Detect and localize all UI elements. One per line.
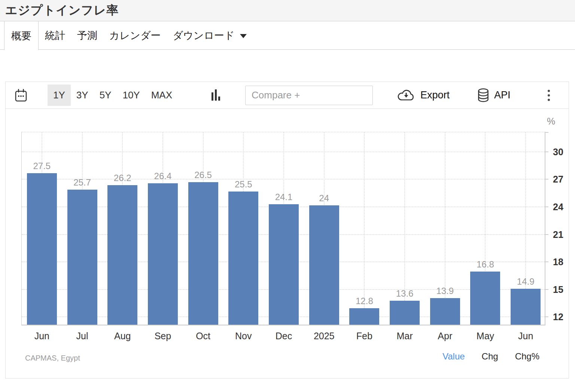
y-axis-tick bbox=[545, 261, 548, 262]
mode-value[interactable]: Value bbox=[442, 351, 465, 362]
export-button[interactable]: Export bbox=[397, 89, 450, 102]
page-title: エジプトインフレ率 bbox=[5, 2, 119, 19]
y-axis-label: 12 bbox=[553, 312, 563, 322]
y-axis-tick bbox=[545, 289, 548, 290]
x-axis-label: Nov bbox=[235, 331, 252, 342]
y-axis-unit-label: % bbox=[547, 116, 555, 127]
bar-chart-type-icon[interactable] bbox=[212, 88, 221, 102]
bar-may[interactable] bbox=[470, 272, 500, 325]
y-axis-label: 18 bbox=[553, 257, 563, 267]
tab-label: 統計 bbox=[45, 29, 65, 42]
bar-value-label: 26.5 bbox=[194, 170, 212, 180]
x-axis-label: Mar bbox=[397, 331, 413, 342]
bar-2025[interactable] bbox=[309, 205, 339, 325]
bar-oct[interactable] bbox=[188, 182, 218, 325]
bar-value-label: 13.6 bbox=[396, 288, 414, 299]
kebab-menu-icon[interactable] bbox=[546, 88, 551, 102]
y-axis-label: 30 bbox=[553, 146, 563, 157]
bar-value-label: 26.2 bbox=[114, 173, 131, 183]
mode-chg[interactable]: Chg bbox=[482, 351, 498, 362]
database-icon bbox=[477, 88, 489, 103]
x-axis-label: Jul bbox=[76, 331, 88, 342]
x-axis-label: Feb bbox=[356, 331, 372, 342]
page-header: エジプトインフレ率 bbox=[0, 0, 575, 21]
y-axis-tick bbox=[545, 206, 548, 207]
bar-value-label: 16.8 bbox=[477, 259, 494, 270]
tab-overview[interactable]: 概要 bbox=[4, 21, 39, 50]
export-label: Export bbox=[420, 89, 450, 101]
bar-dec[interactable] bbox=[269, 204, 299, 325]
bar-value-label: 27.5 bbox=[33, 161, 51, 171]
bar-aug[interactable] bbox=[107, 185, 137, 325]
y-axis-label: 15 bbox=[553, 284, 563, 295]
y-axis-label: 24 bbox=[553, 201, 563, 212]
y-axis-tick bbox=[545, 132, 548, 133]
bar-value-label: 13.9 bbox=[436, 286, 454, 296]
bar-value-label: 26.4 bbox=[154, 171, 172, 181]
x-axis-label: Jun bbox=[34, 331, 49, 342]
calendar-icon[interactable] bbox=[15, 89, 27, 102]
bar-value-label: 14.9 bbox=[517, 276, 535, 287]
range-button-1y[interactable]: 1Y bbox=[48, 85, 71, 106]
tab-label: ダウンロード bbox=[173, 29, 235, 42]
x-axis-label: Apr bbox=[438, 331, 452, 342]
source-attribution: CAPMAS, Egypt bbox=[25, 354, 80, 362]
tab-label: 概要 bbox=[11, 29, 31, 43]
chart-toolbar: 1Y3Y5Y10YMAX Export bbox=[6, 82, 569, 109]
bar-apr[interactable] bbox=[430, 298, 460, 325]
y-axis-tick bbox=[545, 151, 548, 152]
y-axis-tick bbox=[545, 234, 548, 235]
bar-value-label: 12.8 bbox=[356, 296, 373, 306]
tab-bar: 概要統計予測カレンダーダウンロード bbox=[0, 21, 575, 50]
y-axis-label: 27 bbox=[553, 174, 563, 185]
bar-value-label: 24 bbox=[319, 193, 329, 203]
bar-nov[interactable] bbox=[228, 192, 258, 325]
tab-download[interactable]: ダウンロード bbox=[167, 21, 253, 49]
bar-jun[interactable] bbox=[27, 173, 57, 325]
x-axis-label: May bbox=[477, 331, 494, 342]
bar-jun[interactable] bbox=[511, 289, 541, 325]
mode-chg-pct[interactable]: Chg% bbox=[515, 351, 539, 362]
bar-jul[interactable] bbox=[67, 190, 97, 325]
y-axis-label: 21 bbox=[553, 229, 563, 240]
range-button-5y[interactable]: 5Y bbox=[94, 85, 117, 106]
range-button-max[interactable]: MAX bbox=[146, 85, 178, 106]
bar-value-label: 25.7 bbox=[73, 177, 91, 188]
api-label: API bbox=[494, 89, 511, 101]
tab-label: 予測 bbox=[77, 29, 97, 42]
tab-statistics[interactable]: 統計 bbox=[39, 21, 71, 49]
x-axis-label: Sep bbox=[155, 331, 171, 342]
x-axis-label: Dec bbox=[276, 331, 292, 342]
range-selector: 1Y3Y5Y10YMAX bbox=[48, 85, 178, 106]
x-axis-label: Aug bbox=[114, 331, 131, 342]
x-axis-label: 2025 bbox=[314, 331, 335, 342]
bar-value-label: 24.1 bbox=[275, 192, 293, 202]
chart-area: % 1215182124273027.5Jun25.7Jul26.2Aug26.… bbox=[6, 109, 569, 378]
tab-calendar[interactable]: カレンダー bbox=[103, 21, 167, 49]
tab-label: カレンダー bbox=[109, 29, 161, 42]
bar-value-label: 25.5 bbox=[235, 179, 252, 190]
cloud-download-icon bbox=[397, 89, 416, 102]
x-axis-label: Jun bbox=[518, 331, 533, 342]
bar-feb[interactable] bbox=[349, 308, 379, 325]
y-axis-tick bbox=[545, 179, 548, 180]
range-button-3y[interactable]: 3Y bbox=[71, 85, 94, 106]
bar-mar[interactable] bbox=[390, 301, 420, 325]
api-button[interactable]: API bbox=[477, 88, 511, 103]
tab-forecast[interactable]: 予測 bbox=[71, 21, 103, 49]
bar-sep[interactable] bbox=[148, 183, 178, 325]
series-mode-switch: ValueChgChg% bbox=[442, 351, 539, 362]
chart-panel: 1Y3Y5Y10YMAX Export bbox=[5, 82, 569, 379]
range-button-10y[interactable]: 10Y bbox=[117, 85, 145, 106]
chevron-down-icon bbox=[240, 34, 247, 38]
plot-area: % 1215182124273027.5Jun25.7Jul26.2Aug26.… bbox=[21, 132, 545, 325]
compare-input[interactable] bbox=[245, 86, 373, 105]
x-axis-label: Oct bbox=[196, 331, 210, 342]
y-axis-tick bbox=[545, 316, 548, 317]
